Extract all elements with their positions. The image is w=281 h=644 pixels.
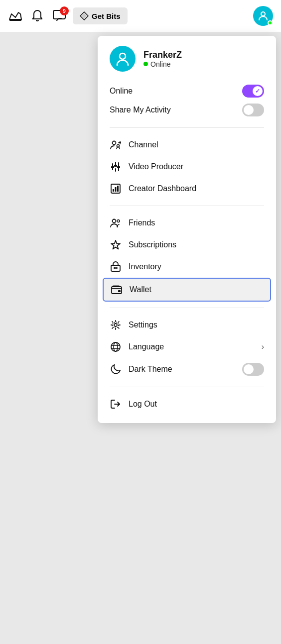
creator-dashboard-icon [110,183,122,195]
profile-username: FrankerZ [143,50,182,60]
svg-rect-24 [111,265,120,271]
svg-rect-21 [117,186,119,192]
menu-item-creator-dashboard[interactable]: Creator Dashboard [98,178,276,200]
menu-item-inventory[interactable]: Inventory [98,256,276,278]
svg-point-28 [114,323,117,326]
menu-item-settings[interactable]: Settings [98,314,276,336]
avatar-online-dot [268,20,273,25]
share-activity-toggle[interactable] [242,104,264,116]
status-dot [143,62,148,66]
settings-icon [110,319,122,331]
profile-status-label: Online [150,60,170,68]
svg-point-5 [120,53,126,59]
online-toggle-thumb: ✓ [253,86,263,96]
menu-item-language[interactable]: Language › [98,336,276,358]
crown-icon[interactable] [8,8,23,23]
get-bits-button[interactable]: Get Bits [73,7,128,24]
menu-item-logout[interactable]: Log Out [98,393,276,415]
online-toggle[interactable]: ✓ [242,85,264,98]
share-activity-toggle-row: Share My Activity [110,101,264,119]
inventory-icon [110,261,122,273]
svg-rect-16 [111,166,114,168]
dark-theme-toggle-thumb [244,364,254,374]
check-mark-icon: ✓ [255,88,260,95]
settings-label: Settings [129,321,264,329]
share-activity-toggle-track[interactable] [242,104,264,116]
subscriptions-label: Subscriptions [129,240,264,249]
wallet-icon [111,284,123,296]
menu-section-2: Friends Subscriptions Inventory [98,210,276,304]
menu-item-channel[interactable]: Channel [98,134,276,156]
user-avatar-button[interactable] [253,6,273,26]
svg-point-6 [113,141,116,145]
menu-item-video-producer[interactable]: Video Producer [98,156,276,178]
topbar: 9 Get Bits [0,0,281,32]
svg-point-30 [111,342,120,351]
profile-status: Online [143,60,182,68]
dark-theme-toggle-track[interactable] [242,363,264,376]
profile-info: FrankerZ Online [143,50,182,68]
dark-theme-toggle[interactable] [242,363,264,376]
svg-rect-15 [114,165,117,167]
dark-theme-icon [110,363,122,375]
avatar [110,46,136,72]
inventory-label: Inventory [129,262,264,271]
divider-1 [110,127,264,128]
user-dropdown-menu: FrankerZ Online Online ✓ Share My Activi… [98,36,276,423]
language-arrow-icon: › [262,342,264,351]
online-label: Online [110,87,133,96]
svg-point-29 [113,322,119,328]
video-producer-label: Video Producer [129,162,264,171]
menu-item-wallet[interactable]: Wallet [103,278,271,302]
bell-icon[interactable] [30,8,45,23]
subscriptions-icon [110,239,122,251]
svg-point-31 [114,342,118,351]
menu-section-1: Channel Video Producer [98,132,276,202]
online-toggle-track[interactable]: ✓ [242,85,264,98]
divider-2 [110,206,264,206]
svg-rect-25 [114,267,117,269]
svg-rect-27 [118,290,121,292]
svg-point-4 [261,12,265,16]
svg-point-22 [113,219,116,223]
logout-icon [110,398,122,410]
chat-icon[interactable]: 9 [52,8,67,23]
svg-rect-19 [113,189,114,192]
friends-label: Friends [129,218,264,227]
video-producer-icon [110,161,122,173]
channel-label: Channel [129,140,264,149]
channel-icon [110,139,122,151]
creator-dashboard-label: Creator Dashboard [129,184,264,193]
svg-rect-0 [9,19,21,21]
profile-header: FrankerZ Online [98,36,276,80]
menu-item-dark-theme[interactable]: Dark Theme [98,358,276,381]
friends-icon [110,217,122,229]
menu-section-3: Settings Language › Dark Theme [98,312,276,383]
dark-theme-label: Dark Theme [129,365,235,374]
wallet-label: Wallet [130,285,263,294]
svg-point-23 [117,220,120,222]
toggle-section: Online ✓ Share My Activity [98,80,276,123]
notification-badge: 9 [60,6,69,15]
language-icon [110,341,122,353]
share-activity-label: Share My Activity [110,106,171,114]
share-activity-toggle-thumb [244,105,254,115]
menu-section-4: Log Out [98,391,276,417]
logout-label: Log Out [129,400,264,409]
menu-item-friends[interactable]: Friends [98,212,276,234]
topbar-icons: 9 [8,8,67,23]
divider-3 [110,308,264,308]
svg-rect-17 [117,166,120,168]
svg-rect-20 [115,187,117,192]
online-toggle-row: Online ✓ [110,82,264,101]
menu-item-subscriptions[interactable]: Subscriptions [98,234,276,256]
language-label: Language [129,342,255,351]
divider-4 [110,387,264,387]
